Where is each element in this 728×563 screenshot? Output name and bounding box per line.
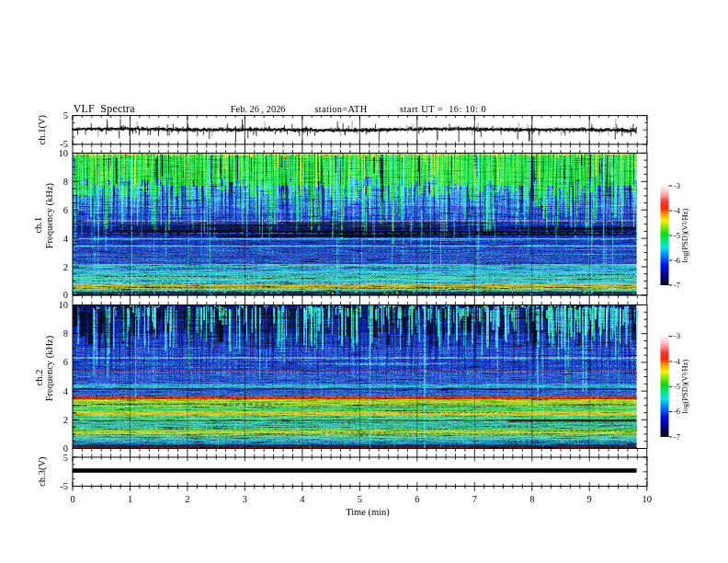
- svg-text:Frequency (kHz): Frequency (kHz): [44, 335, 55, 401]
- svg-text:9: 9: [587, 494, 592, 504]
- svg-text:-3: -3: [674, 181, 680, 190]
- svg-text:10: 10: [59, 300, 69, 310]
- svg-text:7: 7: [472, 494, 477, 504]
- svg-text:1: 1: [128, 494, 132, 504]
- svg-text:0: 0: [63, 290, 68, 300]
- svg-text:-7: -7: [674, 281, 680, 290]
- svg-text:2: 2: [185, 494, 189, 504]
- svg-text:ch.1(V): ch.1(V): [37, 115, 48, 145]
- svg-text:Feb. 26 , 2026: Feb. 26 , 2026: [231, 104, 286, 114]
- svg-text:-7: -7: [674, 432, 680, 442]
- svg-text:ch.3(V): ch.3(V): [37, 456, 48, 487]
- svg-text:ch.2: ch.2: [34, 370, 44, 386]
- svg-text:8: 8: [529, 494, 534, 504]
- svg-text:2: 2: [63, 415, 68, 425]
- svg-text:5: 5: [358, 494, 362, 504]
- svg-text:-5: -5: [60, 481, 68, 491]
- svg-text:Frequency (kHz): Frequency (kHz): [44, 182, 55, 248]
- svg-text:6: 6: [415, 494, 419, 504]
- svg-text:0: 0: [70, 494, 74, 504]
- svg-text:5: 5: [63, 453, 68, 463]
- svg-text:station=ATH: station=ATH: [315, 104, 368, 114]
- svg-text:log(PSD)(V²/Hz): log(PSD)(V²/Hz): [680, 359, 689, 413]
- svg-text:4: 4: [300, 494, 305, 504]
- svg-text:VLF Spectra: VLF Spectra: [74, 102, 136, 115]
- svg-text:2: 2: [63, 262, 68, 272]
- svg-text:6: 6: [63, 357, 68, 367]
- svg-text:log(PSD)(V²/Hz): log(PSD)(V²/Hz): [680, 208, 689, 262]
- svg-text:ch.1: ch.1: [33, 217, 43, 234]
- svg-text:Time (min): Time (min): [346, 507, 390, 518]
- svg-text:4: 4: [63, 234, 69, 244]
- svg-text:8: 8: [63, 177, 68, 187]
- svg-text:start UT = 16: 10: 0: start UT = 16: 10: 0: [400, 104, 486, 114]
- svg-text:4: 4: [63, 386, 69, 396]
- svg-text:10: 10: [642, 494, 652, 504]
- svg-text:6: 6: [63, 205, 68, 215]
- svg-text:-3: -3: [674, 331, 680, 340]
- svg-text:3: 3: [243, 494, 247, 504]
- svg-text:8: 8: [63, 328, 68, 339]
- svg-text:5: 5: [63, 110, 68, 121]
- svg-text:10: 10: [59, 148, 69, 158]
